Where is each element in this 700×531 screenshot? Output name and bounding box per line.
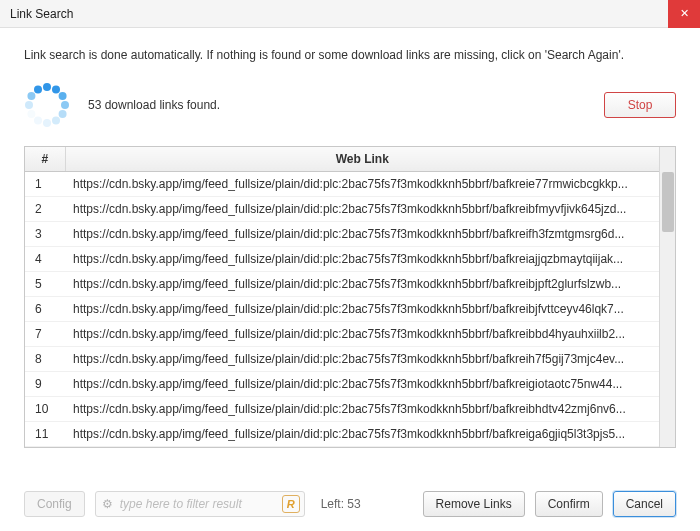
- row-link: https://cdn.bsky.app/img/feed_fullsize/p…: [65, 296, 659, 321]
- row-link: https://cdn.bsky.app/img/feed_fullsize/p…: [65, 371, 659, 396]
- table-row[interactable]: 1https://cdn.bsky.app/img/feed_fullsize/…: [25, 171, 659, 196]
- scrollbar-thumb[interactable]: [662, 172, 674, 232]
- row-number: 7: [25, 321, 65, 346]
- table-row[interactable]: 8https://cdn.bsky.app/img/feed_fullsize/…: [25, 346, 659, 371]
- window-title: Link Search: [10, 7, 73, 21]
- col-header-number[interactable]: #: [25, 147, 65, 171]
- row-number: 6: [25, 296, 65, 321]
- regex-button[interactable]: R: [282, 495, 300, 513]
- close-button[interactable]: ✕: [668, 0, 700, 28]
- row-number: 3: [25, 221, 65, 246]
- table-row[interactable]: 10https://cdn.bsky.app/img/feed_fullsize…: [25, 396, 659, 421]
- table-row[interactable]: 9https://cdn.bsky.app/img/feed_fullsize/…: [25, 371, 659, 396]
- close-icon: ✕: [680, 7, 689, 20]
- row-number: 9: [25, 371, 65, 396]
- stop-button[interactable]: Stop: [604, 92, 676, 118]
- table-row[interactable]: 7https://cdn.bsky.app/img/feed_fullsize/…: [25, 321, 659, 346]
- cancel-button[interactable]: Cancel: [613, 491, 676, 517]
- row-number: 10: [25, 396, 65, 421]
- table-row[interactable]: 2https://cdn.bsky.app/img/feed_fullsize/…: [25, 196, 659, 221]
- row-link: https://cdn.bsky.app/img/feed_fullsize/p…: [65, 246, 659, 271]
- config-button[interactable]: Config: [24, 491, 85, 517]
- table-row[interactable]: 5https://cdn.bsky.app/img/feed_fullsize/…: [25, 271, 659, 296]
- row-link: https://cdn.bsky.app/img/feed_fullsize/p…: [65, 346, 659, 371]
- row-link: https://cdn.bsky.app/img/feed_fullsize/p…: [65, 421, 659, 446]
- row-number: 8: [25, 346, 65, 371]
- row-number: 2: [25, 196, 65, 221]
- left-count: Left: 53: [321, 497, 361, 511]
- row-number: 5: [25, 271, 65, 296]
- spinner-icon: [24, 82, 70, 128]
- gear-icon[interactable]: ⚙: [100, 496, 116, 512]
- row-link: https://cdn.bsky.app/img/feed_fullsize/p…: [65, 321, 659, 346]
- table-row[interactable]: 3https://cdn.bsky.app/img/feed_fullsize/…: [25, 221, 659, 246]
- status-text: 53 download links found.: [88, 98, 220, 112]
- table-row[interactable]: 11https://cdn.bsky.app/img/feed_fullsize…: [25, 421, 659, 446]
- filter-box: ⚙ R: [95, 491, 305, 517]
- table-row[interactable]: 6https://cdn.bsky.app/img/feed_fullsize/…: [25, 296, 659, 321]
- info-text: Link search is done automatically. If no…: [24, 48, 676, 62]
- row-link: https://cdn.bsky.app/img/feed_fullsize/p…: [65, 171, 659, 196]
- vertical-scrollbar[interactable]: [659, 147, 675, 447]
- stop-label: Stop: [628, 98, 653, 112]
- row-link: https://cdn.bsky.app/img/feed_fullsize/p…: [65, 271, 659, 296]
- row-number: 4: [25, 246, 65, 271]
- confirm-button[interactable]: Confirm: [535, 491, 603, 517]
- table-row[interactable]: 4https://cdn.bsky.app/img/feed_fullsize/…: [25, 246, 659, 271]
- row-link: https://cdn.bsky.app/img/feed_fullsize/p…: [65, 396, 659, 421]
- row-number: 11: [25, 421, 65, 446]
- titlebar: Link Search ✕: [0, 0, 700, 28]
- row-link: https://cdn.bsky.app/img/feed_fullsize/p…: [65, 196, 659, 221]
- link-table: # Web Link 1https://cdn.bsky.app/img/fee…: [24, 146, 676, 448]
- row-link: https://cdn.bsky.app/img/feed_fullsize/p…: [65, 221, 659, 246]
- remove-links-button[interactable]: Remove Links: [423, 491, 525, 517]
- row-number: 1: [25, 171, 65, 196]
- col-header-weblink[interactable]: Web Link: [65, 147, 659, 171]
- filter-input[interactable]: [116, 497, 282, 511]
